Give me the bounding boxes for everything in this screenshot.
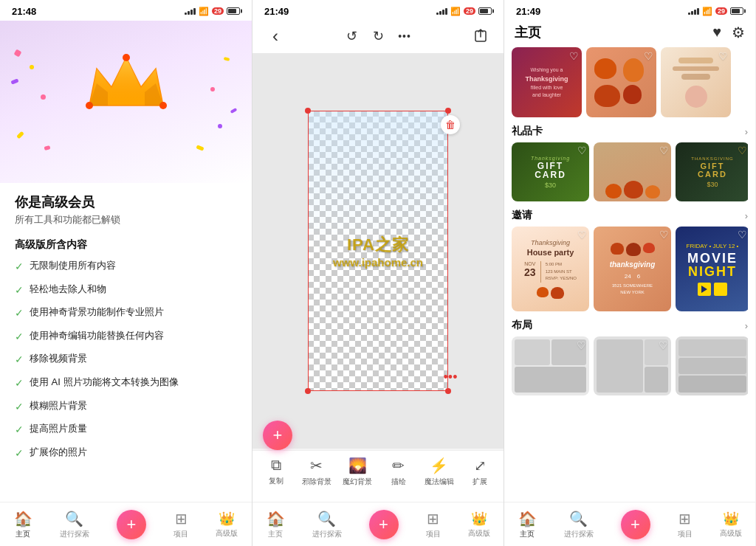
movie-date: FRIDAY • JULY 12 • [687,243,739,249]
delete-button[interactable]: 🗑 [441,115,460,134]
phone-templates: 21:49 📶 29 主页 ♥ ⚙ Wishing you [504,0,755,546]
heart-button[interactable]: ♡ [569,50,579,62]
heart-button[interactable]: ♡ [738,145,747,156]
confetti-10 [218,124,222,128]
nav-fab-2[interactable]: + [369,510,399,539]
movie-title2: NIGHT [688,265,737,278]
layout-card-3[interactable] [676,336,748,395]
gift-card-green[interactable]: Thanksgiving GIFT CARD $30 ♡ [512,142,589,201]
nav-home-2[interactable]: 🏠 主页 [267,510,285,539]
home-icon-1: 🏠 [14,510,32,528]
orange-dates: 24 6 [625,273,640,280]
battery-badge-2: 29 [464,7,475,15]
nav-search-2[interactable]: 🔍 进行探索 [312,510,342,539]
dark-price: $30 [707,181,718,188]
invitation-pink[interactable]: Thanksgiving House party NOV23 5:00 PM12… [512,227,589,311]
gift-card-text2: CARD [535,170,566,179]
gift-card-photo[interactable]: ♡ [594,142,671,201]
nav-home-3[interactable]: 🏠 主页 [518,510,537,539]
content-area: 你是高级会员 所有工具和功能都已解锁 高级版所含内容 ✓无限制使用所有内容 ✓轻… [0,183,252,502]
tool-magic-edit[interactable]: ⚡ 魔法编辑 [423,457,456,487]
battery-icon-1 [227,7,240,15]
layout-card-1[interactable]: ♡ [512,336,589,395]
tool-magic-bg[interactable]: 🌄 魔幻背景 [341,457,374,487]
layout-card-2[interactable]: ♡ [594,336,671,395]
heart-button[interactable]: ♡ [659,339,668,351]
nav-projects-3[interactable]: ⊞ 项目 [678,510,693,539]
nav-premium-1[interactable]: 👑 高级版 [216,511,238,539]
section-label-layout: 布局 [512,319,532,332]
heart-button[interactable]: ♡ [577,229,587,241]
tool-draw[interactable]: ✏ 描绘 [382,457,415,487]
header-title: 主页 [515,24,541,41]
back-button[interactable]: ‹ [263,24,288,49]
confetti-7 [230,108,238,114]
svg-point-3 [123,54,130,61]
invitation-orange[interactable]: thanksgiving 24 6 3521 SOMEWHERENEW YORK… [594,227,671,311]
redo-button[interactable]: ↻ [365,24,391,49]
header-heart-button[interactable]: ♥ [712,24,721,41]
canvas-wrapper[interactable]: 🗑 ••• IPA之家 www.ipahome.cn [308,111,448,391]
editor-fab[interactable]: + [263,421,292,450]
nav-home-1[interactable]: 🏠 主页 [14,510,32,539]
gift-card-dark[interactable]: THANKSGIVING GIFT CARD $30 ♡ [676,142,748,201]
status-icons-2: 📶 29 [436,7,492,16]
orange-address: 3521 SOMEWHERENEW YORK [612,283,653,296]
orange-deco [611,243,655,256]
invitations-grid: Thanksgiving House party NOV23 5:00 PM12… [512,227,748,311]
heart-button[interactable]: ♡ [718,50,728,62]
time-1: 21:48 [12,6,36,17]
canvas-border [308,111,448,391]
nav-search-3[interactable]: 🔍 进行探索 [564,510,594,539]
nav-fab-1[interactable]: + [117,510,146,539]
invitation-movie[interactable]: FRIDAY • JULY 12 • MOVIE NIGHT ♡ [676,227,748,311]
corner-bl[interactable] [305,388,311,394]
gift-card-text: GIFT [537,162,563,170]
check-icon: ✓ [15,423,24,438]
share-button[interactable] [468,24,493,49]
section-arrow-invite[interactable]: › [745,210,748,221]
feature-list: ✓无限制使用所有内容 ✓轻松地去除人和物 ✓使用神奇背景功能制作专业照片 ✓使用… [15,259,237,460]
corner-tl[interactable] [305,108,311,114]
canvas-more-button[interactable]: ••• [441,367,460,387]
nav-premium-2[interactable]: 👑 高级版 [468,511,490,539]
header-settings-button[interactable]: ⚙ [732,24,745,41]
section-arrow-gift[interactable]: › [745,126,748,137]
status-icons-3: 📶 29 [688,7,743,16]
section-arrow-layout[interactable]: › [745,320,748,331]
nav-projects-1[interactable]: ⊞ 项目 [173,510,188,539]
template-card-thanksgiving-red[interactable]: Wishing you a Thanksgiving filled with l… [512,47,582,117]
heart-button[interactable]: ♡ [577,339,586,351]
corner-br[interactable] [445,388,451,394]
feature-item: ✓模糊照片背景 [15,399,237,415]
signal-icon-1 [185,7,196,15]
heart-button[interactable]: ♡ [738,229,747,241]
corner-tr[interactable] [445,108,451,114]
magic-edit-icon: ⚡ [430,457,448,474]
home-icon-2: 🏠 [267,510,285,528]
tool-remove-bg[interactable]: ✂ 邪除背景 [300,457,333,487]
check-icon: ✓ [15,376,24,391]
heart-button[interactable]: ♡ [577,145,587,156]
dark-card-text: CARD [698,170,727,179]
heart-button[interactable]: ♡ [659,229,669,241]
tool-expand[interactable]: ⤢ 扩展 [464,457,496,487]
template-card-warm-abstract[interactable]: ♡ [661,47,731,117]
orange-title: thanksgiving [610,260,656,269]
section-row-layout: 布局 › [512,319,748,332]
template-card-pumpkins[interactable]: ♡ [586,47,656,117]
more-button[interactable]: ••• [392,24,417,49]
heart-button[interactable]: ♡ [644,50,653,62]
projects-icon-2: ⊞ [427,510,439,528]
toolbar-actions: ↺ ↻ ••• [339,24,417,49]
undo-button[interactable]: ↺ [339,24,364,49]
nav-fab-3[interactable]: + [621,510,650,539]
nav-projects-2[interactable]: ⊞ 项目 [426,510,441,539]
feature-item: ✓轻松地去除人和物 [15,283,237,298]
tool-copy[interactable]: ⧉ 复制 [260,457,292,486]
scroll-content[interactable]: Wishing you a Thanksgiving filled with l… [504,47,755,496]
canvas-area: 🗑 ••• IPA之家 www.ipahome.cn [252,53,504,449]
heart-button[interactable]: ♡ [659,145,669,156]
nav-premium-3[interactable]: 👑 高级版 [720,511,742,539]
nav-search-1[interactable]: 🔍 进行探索 [60,510,89,539]
